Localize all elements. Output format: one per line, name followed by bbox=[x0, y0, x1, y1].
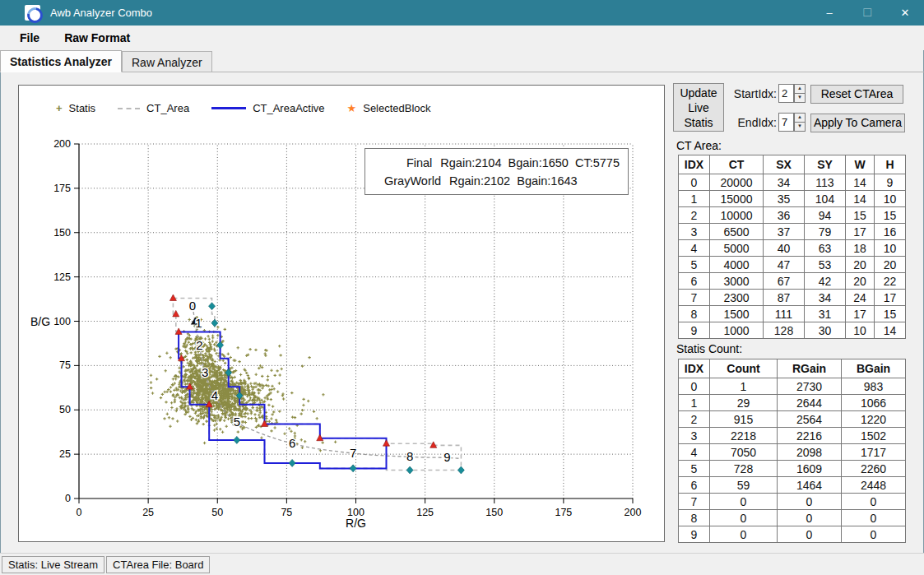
ct-area-cell[interactable]: 10 bbox=[875, 191, 906, 207]
statis-count-cell[interactable]: 4 bbox=[679, 444, 710, 461]
maximize-button[interactable]: ☐ bbox=[848, 0, 886, 26]
statis-count-cell[interactable]: 2260 bbox=[842, 461, 906, 477]
ct-area-cell[interactable]: 104 bbox=[805, 191, 846, 207]
startidx-up-icon[interactable]: ▲ bbox=[794, 84, 806, 94]
tab-statistics-analyzer[interactable]: Statistics Analyzer bbox=[0, 50, 122, 72]
ct-area-cell[interactable]: 24 bbox=[846, 290, 875, 306]
endidx-down-icon[interactable]: ▼ bbox=[794, 123, 806, 132]
update-live-statis-button[interactable]: UpdateLiveStatis bbox=[673, 83, 724, 132]
ct-area-cell[interactable]: 18 bbox=[846, 240, 875, 257]
ct-area-cell[interactable]: 111 bbox=[764, 306, 805, 322]
statis-count-cell[interactable]: 1502 bbox=[842, 428, 906, 444]
ct-area-cell[interactable]: 42 bbox=[805, 273, 846, 290]
statis-count-cell[interactable]: 7 bbox=[679, 494, 710, 510]
ct-area-cell[interactable]: 14 bbox=[846, 174, 875, 191]
ct-area-cell[interactable]: 15 bbox=[875, 207, 906, 224]
ct-area-cell[interactable]: 15 bbox=[875, 306, 906, 322]
menu-item-raw-format[interactable]: Raw Format bbox=[54, 27, 140, 49]
ct-area-cell[interactable]: 10000 bbox=[710, 207, 764, 224]
ct-area-cell[interactable]: 36 bbox=[764, 207, 805, 224]
ct-area-cell[interactable]: 2300 bbox=[710, 290, 764, 306]
statis-count-cell[interactable]: 6 bbox=[679, 477, 710, 494]
statis-count-cell[interactable]: 1066 bbox=[842, 395, 906, 411]
statis-count-cell[interactable]: 2218 bbox=[710, 428, 778, 444]
statis-count-cell[interactable]: 983 bbox=[842, 378, 906, 395]
endidx-input[interactable]: 7 bbox=[778, 113, 794, 132]
statis-count-cell[interactable]: 2216 bbox=[778, 428, 842, 444]
startidx-input[interactable]: 2 bbox=[778, 84, 794, 103]
ct-area-cell[interactable]: 9 bbox=[875, 174, 906, 191]
menu-item-file[interactable]: File bbox=[10, 27, 49, 49]
statis-count-cell[interactable]: 0 bbox=[842, 526, 906, 543]
ct-area-cell[interactable]: 3 bbox=[679, 224, 710, 240]
ct-area-cell[interactable]: 63 bbox=[805, 240, 846, 257]
statis-count-cell[interactable]: 1 bbox=[679, 395, 710, 411]
ct-area-cell[interactable]: 4000 bbox=[710, 257, 764, 273]
ct-area-cell[interactable]: 3000 bbox=[710, 273, 764, 290]
close-button[interactable]: ✕ bbox=[886, 0, 924, 26]
statis-count-cell[interactable]: 29 bbox=[710, 395, 778, 411]
ct-area-cell[interactable]: 20 bbox=[846, 257, 875, 273]
statis-count-cell[interactable]: 2448 bbox=[842, 477, 906, 494]
ct-area-cell[interactable]: 6 bbox=[679, 273, 710, 290]
ct-area-cell[interactable]: 15000 bbox=[710, 191, 764, 207]
statis-count-cell[interactable]: 1717 bbox=[842, 444, 906, 461]
tab-raw-analyzer[interactable]: Raw Analyzer bbox=[122, 51, 212, 72]
ct-area-cell[interactable]: 20 bbox=[875, 257, 906, 273]
apply-to-camera-button[interactable]: Apply To Camera bbox=[810, 114, 905, 132]
ct-area-cell[interactable]: 6500 bbox=[710, 224, 764, 240]
statis-count-cell[interactable]: 8 bbox=[679, 510, 710, 526]
ct-area-cell[interactable]: 40 bbox=[764, 240, 805, 257]
ct-area-cell[interactable]: 22 bbox=[875, 273, 906, 290]
statis-count-cell[interactable]: 0 bbox=[679, 378, 710, 395]
ct-area-cell[interactable]: 34 bbox=[764, 174, 805, 191]
ct-area-cell[interactable]: 4 bbox=[679, 240, 710, 257]
statis-count-cell[interactable]: 5 bbox=[679, 461, 710, 477]
ct-area-cell[interactable]: 47 bbox=[764, 257, 805, 273]
ct-area-cell[interactable]: 2 bbox=[679, 207, 710, 224]
ct-area-cell[interactable]: 53 bbox=[805, 257, 846, 273]
ct-area-cell[interactable]: 8 bbox=[679, 306, 710, 322]
ct-area-cell[interactable]: 16 bbox=[875, 224, 906, 240]
ct-area-cell[interactable]: 14 bbox=[846, 191, 875, 207]
reset-ctarea-button[interactable]: Reset CTArea bbox=[810, 85, 903, 104]
statis-count-cell[interactable]: 1 bbox=[710, 378, 778, 395]
statis-count-cell[interactable]: 2644 bbox=[778, 395, 842, 411]
statis-count-cell[interactable]: 0 bbox=[842, 494, 906, 510]
statis-count-cell[interactable]: 9 bbox=[679, 526, 710, 543]
statis-count-cell[interactable]: 915 bbox=[710, 411, 778, 428]
statis-count-cell[interactable]: 3 bbox=[679, 428, 710, 444]
statis-count-cell[interactable]: 1464 bbox=[778, 477, 842, 494]
ct-area-cell[interactable]: 17 bbox=[846, 306, 875, 322]
ct-area-cell[interactable]: 20 bbox=[846, 273, 875, 290]
ct-area-cell[interactable]: 15 bbox=[846, 207, 875, 224]
ct-area-cell[interactable]: 94 bbox=[805, 207, 846, 224]
ct-area-cell[interactable]: 128 bbox=[764, 322, 805, 339]
statis-count-cell[interactable]: 0 bbox=[778, 526, 842, 543]
ct-area-cell[interactable]: 34 bbox=[805, 290, 846, 306]
ct-area-cell[interactable]: 5 bbox=[679, 257, 710, 273]
statis-count-cell[interactable]: 0 bbox=[710, 526, 778, 543]
ct-area-cell[interactable]: 10 bbox=[846, 322, 875, 339]
statis-count-cell[interactable]: 728 bbox=[710, 461, 778, 477]
statis-count-cell[interactable]: 0 bbox=[842, 510, 906, 526]
statis-count-cell[interactable]: 0 bbox=[778, 494, 842, 510]
statis-count-cell[interactable]: 2564 bbox=[778, 411, 842, 428]
ct-area-cell[interactable]: 67 bbox=[764, 273, 805, 290]
statis-count-cell[interactable]: 0 bbox=[710, 510, 778, 526]
endidx-up-icon[interactable]: ▲ bbox=[794, 113, 806, 123]
ct-area-cell[interactable]: 17 bbox=[875, 290, 906, 306]
ct-area-cell[interactable]: 0 bbox=[679, 174, 710, 191]
ct-area-cell[interactable]: 10 bbox=[875, 240, 906, 257]
ct-area-cell[interactable]: 14 bbox=[875, 322, 906, 339]
ct-area-cell[interactable]: 87 bbox=[764, 290, 805, 306]
ct-area-cell[interactable]: 17 bbox=[846, 224, 875, 240]
ct-area-cell[interactable]: 1 bbox=[679, 191, 710, 207]
ct-area-cell[interactable]: 5000 bbox=[710, 240, 764, 257]
statis-count-cell[interactable]: 2730 bbox=[778, 378, 842, 395]
statis-count-cell[interactable]: 1609 bbox=[778, 461, 842, 477]
ct-area-cell[interactable]: 20000 bbox=[710, 174, 764, 191]
minimize-button[interactable]: – bbox=[810, 0, 848, 26]
ct-area-cell[interactable]: 113 bbox=[805, 174, 846, 191]
ct-area-cell[interactable]: 1000 bbox=[710, 322, 764, 339]
